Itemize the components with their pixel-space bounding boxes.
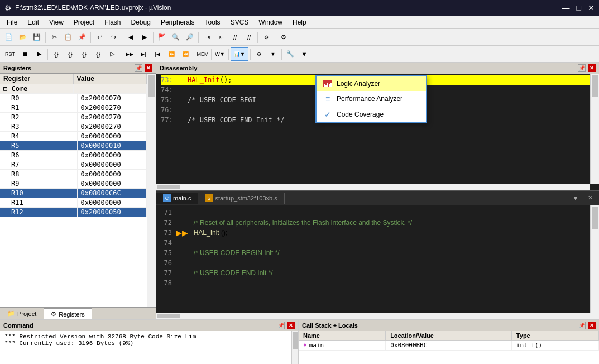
reg-row-r7[interactable]: R7 0x00000000 [0,160,147,170]
editor-scrollbar-v[interactable] [590,205,599,313]
close-button[interactable]: ✕ [588,3,595,12]
menu-file[interactable]: File [2,17,22,27]
menu-svcs[interactable]: SVCS [226,17,253,27]
disassembly-pin-btn[interactable]: 📌 [578,64,586,72]
command-pin-btn[interactable]: 📌 [277,322,285,329]
call-stack-close-btn[interactable]: ✕ [588,322,596,329]
dropdown-logic-analyzer[interactable]: Logic Analyzer [317,76,426,91]
cs-main-label: main [309,342,324,349]
tb2-cmd3[interactable]: |◀ [151,47,164,61]
tb2-debug1[interactable]: ⚙ [252,47,266,61]
tb-uncomment[interactable]: // [242,31,256,44]
reg-row-r9[interactable]: R9 0x00000000 [0,179,147,189]
reg-row-r6[interactable]: R6 0x00000000 [0,151,147,160]
editor-scrollbar-h-thumb[interactable] [157,314,180,318]
tb2-tools-drop[interactable]: ▼ [298,47,311,61]
menu-view[interactable]: View [45,17,68,27]
menu-tools[interactable]: Tools [200,17,225,27]
tb2-step-in[interactable]: {} [50,47,63,61]
tb-cut[interactable]: ✂ [47,31,61,44]
tb2-cmd4[interactable]: ⏩ [165,47,178,61]
reg-row-r12[interactable]: R12 0x20000050 [0,208,147,217]
tb2-step-out[interactable]: {} [78,47,91,61]
tb2-mem[interactable]: MEM [196,47,209,61]
reg-row-r4[interactable]: R4 0x00000000 [0,132,147,141]
tb-open[interactable]: 📂 [16,31,30,44]
tb-indent[interactable]: ⇥ [200,31,214,44]
reg-row-r1[interactable]: R1 0x20000270 [0,103,147,113]
tab-main-c[interactable]: C main.c [156,193,198,204]
editor-scrollbar-v-thumb[interactable] [592,207,598,229]
tb-bookmark[interactable]: 🚩 [155,31,169,44]
dropdown-performance-analyzer[interactable]: ≡ Performance Analyzer [317,91,426,107]
tb2-cmd2[interactable]: ▶| [137,47,150,61]
tb2-reset[interactable]: RST [2,47,18,61]
tb2-run[interactable]: ▶ [32,47,46,61]
dropdown-code-coverage[interactable]: ✓ Code Coverage [317,107,426,122]
tb2-view[interactable]: 📊▼ [231,47,248,61]
tb2-cmd5[interactable]: ⏪ [179,47,192,61]
tb-copy[interactable]: 📋 [61,31,75,44]
cs-row-main[interactable]: ♦ main 0x08000BBC int f() [299,341,599,351]
tb2-debug2[interactable]: ▼ [266,47,280,61]
tab-startup[interactable]: S startup_stm32f103xb.s [198,193,284,204]
tb2-watch[interactable]: W▼ [213,47,227,61]
dis-scrollbar-h-thumb[interactable] [157,185,180,189]
tb2-run2[interactable]: ▷ [106,47,119,61]
reg-row-r2[interactable]: R2 0x20000270 [0,113,147,122]
reg-row-r3[interactable]: R3 0x20000270 [0,122,147,132]
tb-nav-back[interactable]: ◀ [124,31,137,44]
tb-undo[interactable]: ↩ [93,31,106,44]
dis-num-76: 76: [161,105,183,115]
tb2-cmd1[interactable]: ▶▶ [123,47,136,61]
tb-paste[interactable]: 📌 [75,31,89,44]
registers-close-btn[interactable]: ✕ [145,64,152,72]
command-close-btn[interactable]: ✕ [287,322,295,329]
reg-row-r10[interactable]: R10 0x08000C6C [0,189,147,198]
editor-close-btn[interactable]: ✕ [583,191,597,205]
editor-drop-btn[interactable]: ▼ [569,191,582,205]
tb-redo[interactable]: ↪ [107,31,120,44]
menu-help[interactable]: Help [288,17,311,27]
tb-settings[interactable]: ⚙ [277,31,290,44]
tb-new[interactable]: 📄 [2,31,16,44]
tb-find[interactable]: 🔎 [183,31,197,44]
minimize-button[interactable]: — [562,3,570,12]
command-scrollbar-v-thumb[interactable] [293,332,298,349]
editor-scrollbar-h[interactable] [156,313,599,319]
menu-project[interactable]: Project [69,17,99,27]
call-stack-pin-btn[interactable]: 📌 [578,322,586,329]
tb2-next[interactable]: {} [92,47,105,61]
tb-build[interactable]: ⚙ [260,31,273,44]
registers-scrollbar[interactable] [147,74,156,307]
tb-search[interactable]: 🔍 [169,31,183,44]
dis-scrollbar-v-thumb[interactable] [592,75,598,97]
dis-scrollbar-h[interactable] [156,184,590,190]
reg-row-r8[interactable]: R8 0x00000000 [0,170,147,179]
maximize-button[interactable]: □ [577,3,581,12]
dis-scrollbar-v[interactable] [590,74,599,184]
titlebar-controls[interactable]: — □ ✕ [562,3,595,12]
reg-row-r11[interactable]: R11 0x00000000 [0,198,147,208]
tb-save[interactable]: 💾 [30,31,44,44]
registers-scroll[interactable]: Register Value ⊟ Core R0 0x20000070 R1 0… [0,74,147,307]
tab-registers[interactable]: ⚙ Registers [44,308,92,319]
tb2-halt[interactable]: ⏹ [18,47,32,61]
command-scrollbar-v[interactable] [291,331,298,364]
tb2-step-over[interactable]: {} [64,47,77,61]
tb-nav-fwd[interactable]: ▶ [138,31,151,44]
tb2-tools[interactable]: 🔧 [284,47,297,61]
menu-window[interactable]: Window [254,17,287,27]
tab-project[interactable]: 📁 Project [0,308,44,319]
menu-flash[interactable]: Flash [100,17,125,27]
menu-peripherals[interactable]: Peripherals [156,17,199,27]
tb-outdent[interactable]: ⇤ [214,31,228,44]
registers-scrollbar-thumb[interactable] [148,75,155,97]
menu-edit[interactable]: Edit [23,17,44,27]
disassembly-close-btn[interactable]: ✕ [588,64,596,72]
tb-comment[interactable]: // [228,31,242,44]
registers-pin-btn[interactable]: 📌 [135,64,142,72]
reg-row-r5[interactable]: R5 0x00000010 [0,141,147,151]
reg-row-r0[interactable]: R0 0x20000070 [0,94,147,103]
menu-debug[interactable]: Debug [127,17,155,27]
